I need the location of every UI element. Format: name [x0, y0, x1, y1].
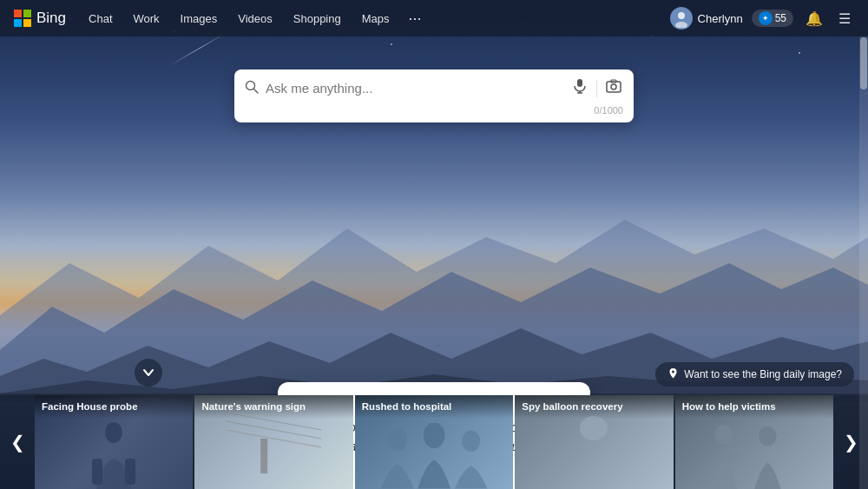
svg-point-28: [580, 416, 608, 440]
svg-point-26: [424, 423, 445, 448]
nav-shopping[interactable]: Shopping: [285, 9, 350, 29]
nav-maps[interactable]: Maps: [353, 9, 398, 29]
daily-image-label: Want to see the Bing daily image?: [684, 368, 842, 380]
helping-silhouette: [675, 419, 833, 489]
svg-line-21: [227, 413, 322, 430]
points-badge[interactable]: ✦ 55: [752, 10, 793, 27]
svg-point-25: [387, 428, 407, 451]
news-card-4[interactable]: Spy balloon recovery: [515, 395, 673, 489]
nav-right-controls: Cherlynn ✦ 55 🔔 ☰: [670, 7, 854, 30]
brand-logo[interactable]: Bing: [14, 10, 66, 27]
news-card-title-1: Facing House probe: [35, 395, 193, 419]
svg-point-29: [714, 425, 732, 444]
news-card-2[interactable]: Nature's warning sign: [194, 395, 352, 489]
svg-point-30: [759, 426, 776, 446]
nav-more-button[interactable]: ···: [402, 8, 429, 30]
camera-icon[interactable]: [604, 76, 623, 100]
search-section: 0/1000: [234, 69, 634, 122]
search-box: 0/1000: [234, 69, 634, 122]
svg-rect-20: [125, 459, 135, 485]
search-actions: [570, 76, 623, 100]
svg-rect-15: [607, 82, 621, 92]
news-card-title-5: How to help victims: [675, 395, 833, 419]
points-count: 55: [775, 12, 786, 24]
navbar: Bing Chat Work Images Videos Shopping Ma…: [0, 0, 868, 36]
svg-rect-6: [14, 19, 22, 27]
svg-point-16: [611, 84, 616, 89]
ms-logo-icon: [14, 10, 31, 27]
svg-rect-12: [577, 79, 582, 87]
search-icon: [245, 80, 259, 97]
avatar-icon: [672, 9, 691, 28]
nav-links: Chat Work Images Videos Shopping Maps ··…: [80, 8, 663, 30]
search-input-row: [245, 76, 623, 100]
hamburger-menu-icon[interactable]: ☰: [835, 7, 854, 30]
chevron-right-icon: ❯: [844, 432, 858, 453]
user-avatar: [670, 7, 693, 30]
scroll-down-button[interactable]: [135, 359, 162, 387]
location-pin-icon: [667, 367, 679, 381]
chevron-down-icon: [142, 367, 155, 379]
nav-images[interactable]: Images: [172, 9, 227, 29]
svg-rect-5: [23, 10, 31, 17]
svg-rect-4: [14, 10, 22, 17]
svg-rect-19: [92, 459, 102, 485]
search-input[interactable]: [266, 81, 563, 96]
mic-icon[interactable]: [570, 76, 589, 100]
svg-line-11: [254, 89, 259, 93]
nav-work[interactable]: Work: [125, 9, 168, 29]
news-card-5[interactable]: How to help victims: [675, 395, 833, 489]
svg-point-9: [675, 22, 687, 28]
news-strip: ❮ Facing House probe Nature's warning si…: [0, 395, 868, 489]
chevron-left-icon: ❮: [10, 432, 25, 453]
news-card-1[interactable]: Facing House probe: [35, 395, 193, 489]
user-profile[interactable]: Cherlynn: [670, 7, 743, 30]
balloon-icon: [576, 413, 611, 456]
news-cards: Facing House probe Nature's warning sign: [35, 395, 833, 489]
svg-rect-24: [261, 439, 268, 473]
nav-chat[interactable]: Chat: [80, 9, 121, 29]
crowd-silhouette: [355, 423, 513, 489]
notification-bell-icon[interactable]: 🔔: [802, 7, 826, 30]
search-divider: [596, 80, 597, 97]
person-figure: [83, 420, 144, 489]
svg-line-23: [227, 430, 322, 447]
wire-lines: [194, 395, 352, 489]
user-name: Cherlynn: [698, 12, 743, 25]
svg-rect-7: [23, 19, 31, 27]
bing-brand-name: Bing: [36, 10, 66, 27]
news-card-title-3: Rushed to hospital: [355, 395, 513, 419]
svg-point-8: [678, 12, 685, 19]
svg-point-18: [105, 422, 122, 443]
nav-videos[interactable]: Videos: [229, 9, 281, 29]
points-icon: ✦: [759, 11, 773, 25]
news-prev-button[interactable]: ❮: [0, 395, 35, 489]
char-counter: 0/1000: [245, 105, 623, 116]
scrollbar-thumb[interactable]: [860, 37, 867, 89]
daily-image-prompt[interactable]: Want to see the Bing daily image?: [655, 362, 854, 387]
news-card-3[interactable]: Rushed to hospital: [355, 395, 513, 489]
svg-line-22: [227, 421, 322, 439]
scrollbar[interactable]: [859, 36, 868, 489]
svg-point-27: [462, 431, 480, 453]
